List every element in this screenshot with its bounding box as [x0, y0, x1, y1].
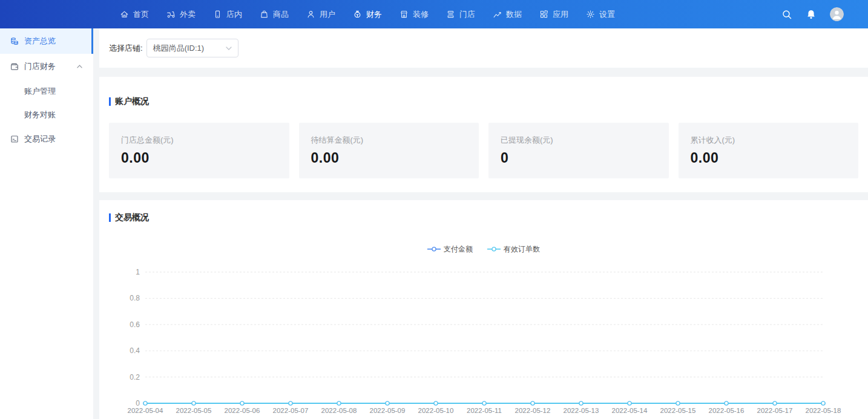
stat-card-label: 累计收入(元)	[691, 135, 847, 146]
svg-text:2022-05-11: 2022-05-11	[467, 407, 502, 414]
sidebar-item-门店财务[interactable]: 门店财务	[0, 54, 93, 79]
home-icon	[120, 10, 129, 19]
svg-text:0.6: 0.6	[130, 320, 140, 329]
stat-card-value: 0.00	[691, 150, 847, 166]
assets-icon	[10, 36, 19, 46]
settings-icon	[586, 10, 595, 19]
nav-item-label: 商品	[273, 9, 289, 20]
chevron-down-icon	[226, 47, 232, 50]
sidebar-item-label: 交易记录	[24, 134, 56, 145]
nav-item-用户[interactable]: 用户	[306, 9, 335, 20]
nav-item-label: 用户	[320, 9, 335, 20]
svg-text:2022-05-04: 2022-05-04	[128, 407, 163, 414]
title-accent-bar	[109, 97, 111, 106]
main-content: 选择店铺: 桃园尚品(ID:1) 账户概况 门店总金额(元)0.00待结算金额(…	[99, 28, 868, 419]
stat-card: 累计收入(元)0.00	[679, 123, 859, 178]
nav-toolbar	[781, 7, 868, 21]
sidebar-item-财务对账[interactable]: 财务对账	[0, 103, 93, 126]
store-select-label: 选择店铺:	[109, 43, 143, 54]
chevron-up-icon[interactable]	[77, 65, 82, 68]
svg-text:2022-05-13: 2022-05-13	[564, 407, 599, 414]
svg-text:2022-05-14: 2022-05-14	[612, 407, 648, 414]
trend-line-chart: 00.20.40.60.812022-05-042022-05-052022-0…	[99, 258, 868, 417]
bell-icon[interactable]	[806, 9, 817, 20]
svg-text:2022-05-07: 2022-05-07	[273, 407, 309, 414]
stat-card-value: 0.00	[311, 150, 467, 166]
svg-text:2022-05-16: 2022-05-16	[709, 407, 745, 414]
sidebar-item-资产总览[interactable]: 资产总览	[0, 28, 93, 54]
svg-text:2022-05-15: 2022-05-15	[660, 407, 696, 414]
nav-item-财务[interactable]: 财务	[353, 9, 382, 20]
sidebar-item-label: 资产总览	[24, 36, 56, 47]
nav-item-外卖[interactable]: 外卖	[166, 9, 196, 20]
svg-text:2022-05-08: 2022-05-08	[321, 407, 357, 414]
nav-item-label: 门店	[459, 9, 475, 20]
apps-icon	[539, 10, 548, 19]
store-select-value: 桃园尚品(ID:1)	[153, 43, 226, 54]
svg-text:2022-05-05: 2022-05-05	[176, 407, 212, 414]
stat-cards: 门店总金额(元)0.00待结算金额(元)0.00已提现余额(元)0累计收入(元)…	[109, 123, 858, 178]
avatar[interactable]	[830, 7, 844, 21]
sidebar-item-label: 财务对账	[24, 109, 56, 120]
svg-text:2022-05-09: 2022-05-09	[370, 407, 406, 414]
x-axis: 2022-05-042022-05-052022-05-062022-05-07…	[128, 407, 841, 414]
instore-icon	[213, 10, 222, 19]
sidebar: 资产总览门店财务账户管理财务对账交易记录	[0, 28, 93, 419]
nav-item-label: 装修	[413, 9, 429, 20]
user-icon	[306, 10, 315, 19]
sidebar-item-账户管理[interactable]: 账户管理	[0, 79, 93, 103]
store-select[interactable]: 桃园尚品(ID:1)	[146, 39, 238, 57]
nav-item-首页[interactable]: 首页	[120, 9, 149, 20]
store-filter-panel: 选择店铺: 桃园尚品(ID:1)	[99, 28, 868, 68]
nav-item-装修[interactable]: 装修	[399, 9, 429, 20]
nav-item-店内[interactable]: 店内	[213, 9, 242, 20]
stat-card-label: 待结算金额(元)	[311, 135, 467, 146]
goods-icon	[260, 10, 269, 19]
svg-text:2022-05-18: 2022-05-18	[806, 407, 841, 414]
svg-text:1: 1	[136, 268, 140, 276]
legend-item-有效订单数[interactable]: 有效订单数	[487, 244, 540, 255]
svg-text:0: 0	[136, 399, 140, 408]
chart-legend: 支付金额 有效订单数	[99, 245, 868, 253]
legend-item-支付金额[interactable]: 支付金额	[427, 244, 473, 255]
stat-card-value: 0	[501, 150, 657, 166]
search-icon[interactable]	[781, 9, 792, 20]
svg-text:2022-05-12: 2022-05-12	[515, 407, 551, 414]
nav-item-应用[interactable]: 应用	[539, 9, 568, 20]
decorate-icon	[399, 10, 409, 19]
sidebar-item-label: 账户管理	[24, 86, 56, 97]
transaction-overview-title: 交易概况	[99, 212, 868, 223]
nav-item-label: 财务	[366, 9, 382, 20]
legend-marker-icon	[487, 247, 501, 252]
svg-text:2022-05-06: 2022-05-06	[225, 407, 260, 414]
series-有效订单数	[143, 401, 825, 405]
account-overview-panel: 账户概况 门店总金额(元)0.00待结算金额(元)0.00已提现余额(元)0累计…	[99, 77, 868, 192]
stat-card-label: 门店总金额(元)	[121, 135, 277, 146]
stat-card-value: 0.00	[121, 150, 277, 166]
sidebar-item-label: 门店财务	[24, 61, 56, 72]
legend-marker-icon	[427, 247, 441, 252]
nav-item-label: 外卖	[180, 9, 196, 20]
stat-card: 待结算金额(元)0.00	[299, 123, 479, 178]
nav-item-label: 店内	[226, 9, 242, 20]
legend-label: 有效订单数	[504, 244, 540, 255]
nav-item-label: 设置	[599, 9, 615, 20]
data-icon	[493, 10, 502, 19]
nav-item-label: 首页	[133, 9, 149, 20]
stat-card: 已提现余额(元)0	[488, 123, 669, 178]
nav-item-商品[interactable]: 商品	[260, 9, 289, 20]
svg-text:2022-05-10: 2022-05-10	[418, 407, 454, 414]
finance-icon	[353, 10, 362, 19]
svg-text:0.2: 0.2	[130, 373, 140, 382]
wallet-icon	[10, 62, 19, 71]
record-icon	[10, 134, 19, 144]
nav-item-设置[interactable]: 设置	[586, 9, 615, 20]
sidebar-item-交易记录[interactable]: 交易记录	[0, 126, 93, 152]
nav-item-数据[interactable]: 数据	[493, 9, 522, 20]
nav-item-label: 数据	[506, 9, 522, 20]
account-overview-title: 账户概况	[109, 96, 858, 107]
takeout-icon	[166, 10, 176, 19]
legend-label: 支付金额	[444, 244, 473, 255]
stat-card: 门店总金额(元)0.00	[109, 123, 289, 178]
nav-item-门店[interactable]: 门店	[446, 9, 475, 20]
